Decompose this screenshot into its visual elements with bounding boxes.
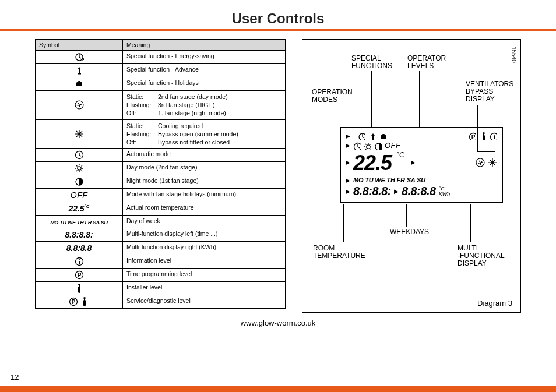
holiday-icon: [75, 80, 84, 87]
triangle-icon: ▶: [346, 159, 350, 165]
meaning-cell: Static:Cooling required Flashing:Bypass …: [123, 119, 286, 149]
meaning-cell: Multi-function display left (time ...): [123, 228, 286, 242]
footer-url: www.glow-worm.co.uk: [0, 319, 556, 327]
triangle-icon: ▶: [346, 142, 350, 149]
meaning-cell: Static:2nd fan stage (day mode) Flashing…: [123, 91, 286, 120]
sun-icon: [75, 164, 84, 171]
lcd-off: OFF: [385, 141, 401, 150]
prog-icon: [75, 271, 84, 278]
seg-right-symbol: 8.8:8.8: [66, 243, 92, 253]
label-special-functions: SPECIALFUNCTIONS: [351, 55, 392, 70]
triangle-icon: ▶: [346, 188, 350, 195]
advance-icon: [75, 66, 84, 73]
installer-icon: [479, 132, 487, 140]
symbol-table-container: Symbol Meaning Special function - Energy…: [35, 39, 286, 313]
diagram-caption: Diagram 3: [477, 299, 512, 308]
label-operator-levels: OPERATORLEVELS: [407, 55, 446, 70]
snowflake-icon: [488, 158, 497, 167]
symbol-table: Symbol Meaning Special function - Energy…: [35, 39, 286, 309]
lcd-temp-unit: °C: [396, 151, 404, 159]
meaning-cell: Installer level: [123, 282, 286, 295]
label-room-temp: ROOMTEMPERATURE: [313, 245, 365, 260]
title-underline: [0, 29, 556, 31]
sun-icon: [364, 142, 371, 150]
fan-icon: [75, 101, 84, 108]
days-symbol: MO TU WE TH FR SA SU: [50, 220, 108, 225]
advance-icon: [368, 132, 376, 140]
page-number: 12: [10, 373, 19, 382]
lcd-seg-unit: °CKWh: [439, 186, 451, 197]
prog-icon: [469, 132, 476, 140]
seg-left-symbol: 8.8:8.8:: [65, 230, 93, 239]
th-symbol: Symbol: [36, 40, 123, 51]
meaning-cell: Day mode (2nd fan stage): [123, 162, 286, 175]
triangle-icon: ▶: [346, 177, 350, 183]
off-text-symbol: OFF: [71, 190, 88, 200]
lcd-temperature: 22.5: [353, 151, 392, 175]
th-meaning: Meaning: [123, 40, 286, 51]
energy-icon: [358, 132, 365, 140]
meaning-cell: Mode with fan stage holidays (minimum): [123, 189, 286, 202]
meaning-cell: Information level: [123, 255, 286, 269]
label-multi-display: MULTI-FUNCTIONALDISPLAY: [458, 245, 505, 268]
meaning-cell: Time programming level: [123, 269, 286, 282]
clock-icon: [353, 142, 361, 150]
energy-icon: [75, 53, 84, 60]
meaning-cell: Multi-function display right (KWh): [123, 242, 286, 255]
diagram-id: 15540: [511, 47, 517, 63]
fan-icon: [476, 158, 485, 167]
page-title: User Controls: [0, 0, 556, 29]
label-ventilators: VENTILATORSBYPASSDISPLAY: [466, 80, 513, 104]
holiday-icon: [379, 132, 386, 140]
moon-icon: [374, 142, 382, 150]
meaning-cell: Night mode (1st fan stage): [123, 175, 286, 189]
info-icon: [490, 132, 497, 140]
triangle-icon: ▶: [394, 188, 399, 195]
lcd-seg-right: 8.8:8.8: [402, 185, 436, 198]
meaning-cell: Day of week: [123, 216, 286, 228]
content-row: Symbol Meaning Special function - Energy…: [0, 39, 556, 313]
info-icon: [75, 257, 84, 264]
meaning-cell: Automatic mode: [123, 149, 286, 162]
label-weekdays: WEEKDAYS: [390, 228, 429, 236]
moon-icon: [75, 178, 84, 185]
lcd-seg-left: 8.8:8.8:: [353, 185, 391, 198]
service-icon: [69, 298, 89, 305]
clock-icon: [75, 151, 84, 158]
temp-symbol: 22.5°C: [68, 204, 89, 213]
meaning-cell: Special function - Energy-saving: [123, 51, 286, 64]
page: User Controls Symbol Meaning Special fun…: [0, 0, 556, 392]
label-operation-modes: OPERATIONMODES: [312, 89, 353, 104]
meaning-cell: Service/diagnostic level: [123, 295, 286, 309]
triangle-icon: ▶: [346, 133, 350, 139]
installer-icon: [75, 284, 84, 291]
triangle-icon: ▶: [411, 159, 416, 165]
meaning-cell: Special function - Holidays: [123, 77, 286, 91]
diagram-container: 15540 SPECIALFUNCTIONS OPERATORLEVELS OP…: [302, 39, 521, 313]
lcd-days: MO TU WE TH FR SA SU: [353, 176, 425, 183]
diagram-box: 15540 SPECIALFUNCTIONS OPERATORLEVELS OP…: [302, 39, 521, 313]
lcd-display: ▶ ▶ OFF: [340, 127, 503, 203]
bottom-accent-bar: [0, 386, 556, 392]
meaning-cell: Special function - Advance: [123, 64, 286, 77]
snowflake-icon: [75, 130, 84, 137]
meaning-cell: Actual room temperature: [123, 202, 286, 216]
